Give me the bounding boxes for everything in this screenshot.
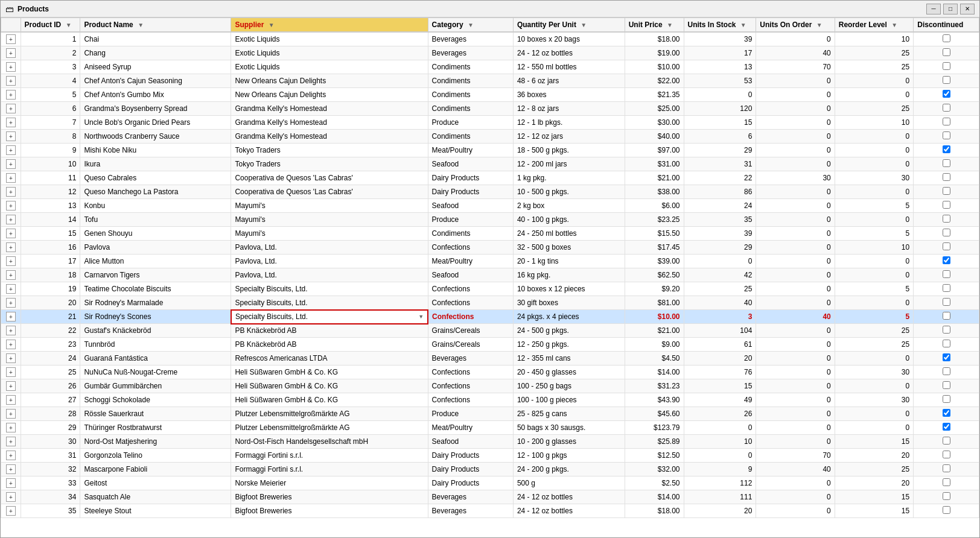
discontinued-col-header[interactable]: Discontinued [914,18,979,33]
discontinued-checkbox[interactable] [943,464,950,472]
product-name-col-header[interactable]: Product Name ▼ [80,18,231,33]
discontinued-cell[interactable] [914,185,979,199]
expand-button[interactable]: + [6,76,16,86]
discontinued-cell[interactable] [914,157,979,171]
discontinued-cell[interactable] [914,449,979,463]
table-row[interactable]: +14TofuMayumi'sProduce40 - 100 g pkgs.$2… [1,213,979,227]
discontinued-checkbox[interactable] [943,284,950,292]
expand-button[interactable]: + [6,340,16,349]
table-row[interactable]: +20Sir Rodney's MarmaladeSpecialty Biscu… [1,296,979,310]
discontinued-checkbox[interactable] [943,34,950,42]
discontinued-checkbox[interactable] [943,90,950,98]
qty-per-unit-col-header[interactable]: Quantity Per Unit ▼ [513,18,625,33]
discontinued-checkbox[interactable] [943,201,950,209]
category-filter-icon[interactable]: ▼ [468,22,474,28]
unit-price-filter-icon[interactable]: ▼ [667,22,673,28]
expand-button[interactable]: + [6,242,16,252]
discontinued-cell[interactable] [914,282,979,296]
discontinued-checkbox[interactable] [943,145,950,153]
expand-button[interactable]: + [6,90,16,100]
discontinued-checkbox[interactable] [943,173,950,181]
expand-button[interactable]: + [6,48,16,58]
table-row[interactable]: +31Gorgonzola TelinoFormaggi Fortini s.r… [1,449,979,463]
maximize-button[interactable]: □ [943,4,958,14]
discontinued-checkbox[interactable] [943,423,950,431]
table-row[interactable]: +3Aniseed SyrupExotic LiquidsCondiments1… [1,60,979,74]
discontinued-checkbox[interactable] [943,367,950,375]
discontinued-cell[interactable] [914,407,979,421]
discontinued-cell[interactable] [914,463,979,476]
category-col-header[interactable]: Category ▼ [428,18,513,33]
supplier-filter-icon[interactable]: ▼ [269,22,275,28]
expand-button[interactable]: + [6,326,16,335]
table-row[interactable]: +35Steeleye StoutBigfoot BreweriesBevera… [1,504,979,518]
table-row[interactable]: +18Carnarvon TigersPavlova, Ltd.Seafood1… [1,268,979,282]
expand-button[interactable]: + [6,492,16,502]
expand-button[interactable]: + [6,131,16,141]
discontinued-checkbox[interactable] [943,229,950,236]
discontinued-checkbox[interactable] [943,353,950,361]
discontinued-cell[interactable] [914,130,979,144]
discontinued-checkbox[interactable] [943,76,950,84]
expand-button[interactable]: + [6,298,16,308]
reorder-level-filter-icon[interactable]: ▼ [891,22,897,28]
discontinued-cell[interactable] [914,393,979,407]
discontinued-checkbox[interactable] [943,340,950,347]
discontinued-checkbox[interactable] [943,492,950,500]
table-row[interactable]: +22Gustaf's KnäckebrödPB Knäckebröd ABGr… [1,324,979,338]
table-row[interactable]: +1ChaiExotic LiquidsBeverages10 boxes x … [1,32,979,46]
discontinued-cell[interactable] [914,352,979,366]
table-row[interactable]: +9Mishi Kobe NikuTokyo TradersMeat/Poult… [1,144,979,157]
discontinued-cell[interactable] [914,255,979,268]
expand-button[interactable]: + [6,159,16,169]
minimize-button[interactable]: ─ [926,4,941,14]
table-row[interactable]: +4Chef Anton's Cajun SeasoningNew Orlean… [1,74,979,88]
discontinued-checkbox[interactable] [943,104,950,112]
supplier-cell[interactable]: Specialty Biscuits, Ltd.▼ [231,310,428,324]
discontinued-cell[interactable] [914,227,979,241]
expand-button[interactable]: + [6,34,16,44]
expand-button[interactable]: + [6,437,16,446]
discontinued-checkbox[interactable] [943,381,950,389]
expand-button[interactable]: + [6,381,16,391]
discontinued-cell[interactable] [914,171,979,185]
discontinued-checkbox[interactable] [943,118,950,125]
units-on-order-col-header[interactable]: Units On Order ▼ [756,18,835,33]
table-row[interactable]: +8Northwoods Cranberry SauceGrandma Kell… [1,130,979,144]
reorder-level-col-header[interactable]: Reorder Level ▼ [835,18,913,33]
discontinued-cell[interactable] [914,310,979,324]
discontinued-checkbox[interactable] [943,506,950,514]
units-in-stock-col-header[interactable]: Units In Stock ▼ [684,18,756,33]
table-row[interactable]: +16PavlovaPavlova, Ltd.Confections32 - 5… [1,241,979,255]
units-on-order-filter-icon[interactable]: ▼ [816,22,822,28]
product-id-filter-icon[interactable]: ▼ [66,22,72,28]
expand-button[interactable]: + [6,464,16,474]
expand-button[interactable]: + [6,229,16,238]
table-row[interactable]: +26Gumbär GummibärchenHeli Süßwaren GmbH… [1,379,979,393]
discontinued-cell[interactable] [914,88,979,102]
discontinued-cell[interactable] [914,435,979,449]
discontinued-checkbox[interactable] [943,326,950,334]
discontinued-checkbox[interactable] [943,242,950,250]
table-row[interactable]: +32Mascarpone FabioliFormaggi Fortini s.… [1,463,979,476]
discontinued-cell[interactable] [914,213,979,227]
qty-filter-icon[interactable]: ▼ [581,22,587,28]
discontinued-checkbox[interactable] [943,62,950,70]
product-name-filter-icon[interactable]: ▼ [138,22,144,28]
discontinued-cell[interactable] [914,490,979,504]
expand-button[interactable]: + [6,104,16,113]
supplier-col-header[interactable]: Supplier ▼ [231,18,428,33]
table-row[interactable]: +23TunnbrödPB Knäckebröd ABGrains/Cereal… [1,338,979,352]
table-row[interactable]: +12Queso Manchego La PastoraCooperativa … [1,185,979,199]
expand-button[interactable]: + [6,118,16,127]
discontinued-checkbox[interactable] [943,395,950,403]
discontinued-cell[interactable] [914,296,979,310]
table-container[interactable]: Product ID ▼ Product Name ▼ Supplier ▼ C… [1,17,979,537]
discontinued-cell[interactable] [914,268,979,282]
discontinued-checkbox[interactable] [943,159,950,167]
expand-button[interactable]: + [6,145,16,155]
table-row[interactable]: +5Chef Anton's Gumbo MixNew Orleans Caju… [1,88,979,102]
expand-button[interactable]: + [6,353,16,363]
table-row[interactable]: +15Genen ShouyuMayumi'sCondiments24 - 25… [1,227,979,241]
discontinued-cell[interactable] [914,504,979,518]
